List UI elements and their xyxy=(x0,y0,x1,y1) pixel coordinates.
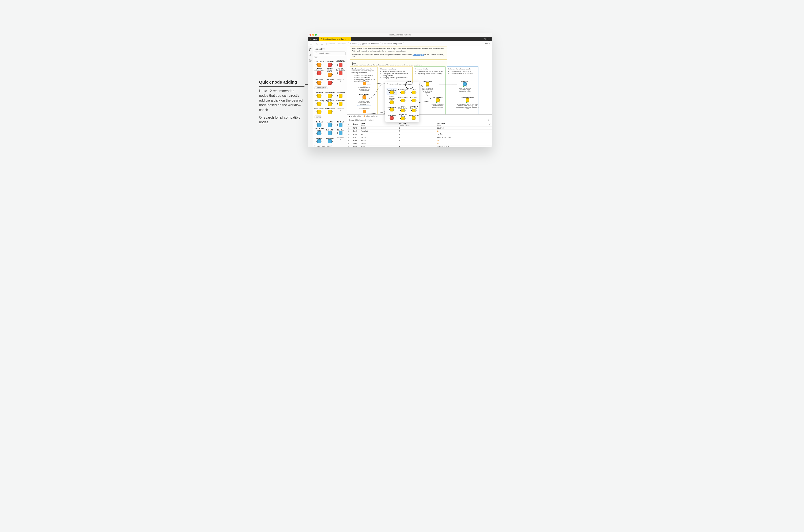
repo-node[interactable]: Google Sheets Reader xyxy=(325,68,335,77)
logo-icon xyxy=(310,38,311,40)
workflow-icon xyxy=(321,38,322,40)
collection-link[interactable]: collection page xyxy=(413,54,424,56)
close-window[interactable] xyxy=(309,34,311,36)
info-icon[interactable]: i xyxy=(488,38,490,40)
search-input[interactable] xyxy=(319,52,344,55)
cat-manipulation[interactable]: Manipulation xyxy=(314,86,328,89)
repo-node[interactable]: Pie Chart xyxy=(336,120,346,127)
quick-add-node[interactable]: Rule-based Row Filter xyxy=(408,105,419,112)
table-row[interactable]: 7Row6Desk1wide work desk xyxy=(347,146,492,147)
gear-icon[interactable] xyxy=(484,38,486,40)
popover-search-input[interactable] xyxy=(389,83,418,85)
rail-hub[interactable] xyxy=(309,53,312,57)
repo-node[interactable]: Excel Writer xyxy=(325,59,335,67)
tab-workflow[interactable]: Combine Clean and Summarize Spreads... xyxy=(319,37,351,41)
create-component-button[interactable]: ◈ Create component xyxy=(382,42,404,45)
quick-add-node[interactable]: Column Filter xyxy=(398,96,408,104)
table-row[interactable]: 4Row3Lamp2Floor lamp corner xyxy=(347,136,492,139)
search-icon[interactable] xyxy=(487,119,490,121)
search-icon xyxy=(387,83,389,85)
search-nodes[interactable] xyxy=(314,52,346,55)
quick-add-node[interactable]: Table Splitter xyxy=(387,88,397,95)
tab-home-label: Home xyxy=(312,38,317,40)
rail-help[interactable] xyxy=(309,59,312,62)
svg-rect-3 xyxy=(309,48,310,49)
repo-node[interactable]: Stacked Area Chart xyxy=(314,128,324,135)
svg-rect-5 xyxy=(309,50,310,51)
repo-node[interactable]: Row Aggregator xyxy=(325,99,335,106)
quick-add-node[interactable]: Excel Writer xyxy=(387,113,397,120)
table-tab-flowvars[interactable]: Flow Variables xyxy=(364,115,378,117)
quick-add-node[interactable]: Row to Column Names xyxy=(387,96,397,104)
repo-node[interactable]: Concatenate xyxy=(336,91,346,98)
table-tab-file[interactable]: ▸ 1: File Table xyxy=(349,115,361,117)
repo-node[interactable]: Google Sheets Writer xyxy=(336,68,346,77)
rail-repository[interactable] xyxy=(309,48,312,51)
svg-point-9 xyxy=(316,53,317,54)
quick-add-node[interactable]: Missing Value xyxy=(408,113,419,120)
node-row-aggregator[interactable]: Row Aggregator 1st output port: Sum up v… xyxy=(456,96,479,110)
intro-panel: This workflow shows how to concatenate d… xyxy=(350,46,447,59)
repo-node[interactable]: Microsoft Authenticator xyxy=(336,59,346,67)
maximize-window[interactable] xyxy=(315,34,317,36)
show-all[interactable]: Show all⊕ xyxy=(336,107,346,114)
caption-p2: Or search for all compatible nodes. xyxy=(259,115,304,125)
table-row[interactable]: 3Row2TV132" flat xyxy=(347,133,492,136)
redo-button[interactable] xyxy=(320,42,324,45)
node-bar-chart[interactable]: Bar Chart A Bar Chart with the amounts o… xyxy=(459,80,471,92)
repo-node[interactable]: Heatmap xyxy=(314,136,324,143)
node-value-lookup[interactable]: Value Lookup Append the volumes of the l… xyxy=(432,96,444,108)
quick-add-node[interactable]: Concatenate xyxy=(387,105,397,112)
node-excel-reader-1[interactable]: Excel Reader Read the first sheet ("Kitc… xyxy=(358,80,371,91)
chevron-down-icon[interactable]: ▾ xyxy=(490,43,490,44)
titlebar: KNIME Analytics Platform xyxy=(308,33,492,37)
minimize-window[interactable] xyxy=(312,34,314,36)
repo-node[interactable]: CSV Reader xyxy=(314,77,324,85)
repo-node[interactable]: Bar Chart xyxy=(314,120,324,127)
table-row[interactable]: 6Row5Piano0⊘ xyxy=(347,142,492,146)
node-excel-reader-2[interactable]: Excel Reader Read the "Living Room" shee… xyxy=(357,93,371,106)
repo-node[interactable]: Line Plot xyxy=(325,120,335,127)
repo-node[interactable]: Excel Reader xyxy=(314,59,324,67)
repo-node[interactable]: Google Authenticator xyxy=(314,68,324,77)
table-row[interactable]: 1Row0Couch2squared xyxy=(347,127,492,130)
reset-button[interactable]: ↺ Reset xyxy=(348,42,359,45)
table-row[interactable]: 5Row4Mirror1⊘ xyxy=(347,139,492,142)
create-metanode-button[interactable]: ◻ Create metanode xyxy=(360,42,381,45)
filter-icon[interactable] xyxy=(489,123,491,125)
repo-node[interactable]: Scatter Plot xyxy=(325,128,335,135)
quick-add-node[interactable]: Number To String xyxy=(398,113,408,120)
tab-workflow-label: Combine Clean and Summarize Spreads... xyxy=(323,38,347,40)
cat-views[interactable]: Views xyxy=(314,115,322,118)
close-tab-icon[interactable] xyxy=(348,38,349,40)
svg-point-2 xyxy=(484,39,485,39)
repo-node[interactable]: Column Filter xyxy=(325,91,335,98)
show-all[interactable]: Show all⊕ xyxy=(336,136,346,143)
svg-point-8 xyxy=(309,60,311,61)
tab-home[interactable]: Home xyxy=(308,37,319,41)
save-button[interactable] xyxy=(309,42,313,45)
repo-node[interactable]: Cell Extractor xyxy=(325,107,335,114)
table-row[interactable]: 2Row1Armchair0⊘ xyxy=(347,130,492,133)
execute-button[interactable]: ▷ Execute xyxy=(326,43,336,45)
repo-node[interactable]: CSV Writer xyxy=(325,77,335,85)
data-table[interactable]: # Row... ItemString AmountNumber (intege… xyxy=(347,122,492,147)
quick-add-node[interactable]: String Manipulation xyxy=(398,105,408,112)
quick-add-node[interactable]: Table Cropper xyxy=(398,88,408,95)
repo-node[interactable]: Table Cropper xyxy=(314,107,324,114)
repo-node[interactable]: Statistics xyxy=(336,128,346,135)
quick-add-node[interactable]: Row Filter xyxy=(408,96,419,104)
repo-node[interactable]: Row Filter xyxy=(314,91,324,98)
canvas[interactable]: This workflow shows how to concatenate d… xyxy=(347,46,492,147)
cat-other[interactable]: Other Data Types xyxy=(314,145,332,147)
show-all[interactable]: Show all⊕ xyxy=(336,77,346,85)
repo-node[interactable]: Histogram xyxy=(325,136,335,143)
stats-pill[interactable]: atics xyxy=(368,119,374,121)
search-icon xyxy=(315,52,318,55)
node-concatenate[interactable]: Concatenate Bring the items in the "Kitc… xyxy=(421,80,434,94)
zoom-level[interactable]: 87% xyxy=(485,43,489,45)
cancel-button[interactable]: ⊘ Cancel xyxy=(338,43,346,45)
undo-button[interactable] xyxy=(315,42,319,45)
repo-node[interactable]: Table Splitter xyxy=(336,99,346,106)
repo-node[interactable]: Value Lookup xyxy=(314,99,324,106)
